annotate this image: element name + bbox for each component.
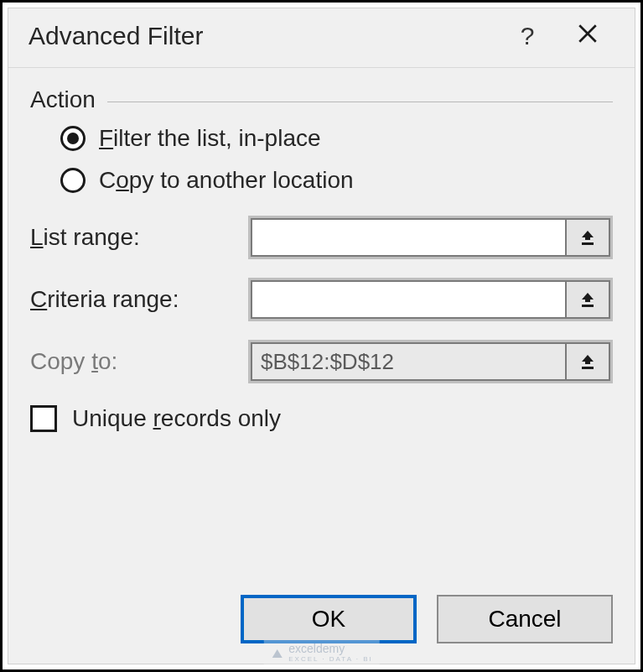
unique-records-label: Unique records only (72, 405, 281, 432)
copy-to-input (251, 342, 565, 381)
copy-to-picker-button[interactable] (565, 342, 610, 381)
dialog-footer: OK Cancel (8, 580, 635, 664)
dialog-title: Advanced Filter (29, 22, 497, 50)
list-range-picker-button[interactable] (565, 218, 610, 257)
radio-icon (60, 126, 86, 151)
copy-to-label: Copy to: (30, 348, 248, 375)
close-button[interactable] (557, 22, 618, 50)
radio-filter-label: Filter the list, in-place (99, 125, 321, 152)
collapse-dialog-icon (578, 227, 598, 247)
titlebar: Advanced Filter ? (8, 8, 635, 68)
criteria-range-picker-button[interactable] (565, 280, 610, 319)
radio-copy-label: Copy to another location (99, 167, 354, 194)
advanced-filter-dialog: Advanced Filter ? Action Filter (8, 8, 635, 664)
unique-records-checkbox[interactable]: Unique records only (30, 405, 613, 432)
radio-copy-to-location[interactable]: Copy to another location (60, 167, 613, 194)
action-group-label: Action (30, 86, 613, 113)
svg-rect-3 (582, 305, 594, 307)
svg-rect-4 (582, 367, 594, 369)
collapse-dialog-icon (578, 352, 598, 372)
close-icon (577, 23, 599, 44)
collapse-dialog-icon (578, 289, 598, 310)
checkbox-icon (30, 405, 57, 432)
list-range-input[interactable] (251, 218, 565, 257)
list-range-label: List range: (30, 224, 248, 251)
criteria-range-label: Criteria range: (30, 286, 248, 313)
action-label-text: Action (30, 86, 107, 113)
radio-icon (60, 168, 86, 193)
criteria-range-input[interactable] (251, 280, 565, 319)
help-button[interactable]: ? (497, 22, 557, 50)
cancel-button[interactable]: Cancel (437, 595, 613, 643)
svg-rect-2 (582, 242, 594, 245)
radio-filter-in-place[interactable]: Filter the list, in-place (60, 125, 613, 152)
ok-button[interactable]: OK (241, 595, 417, 643)
